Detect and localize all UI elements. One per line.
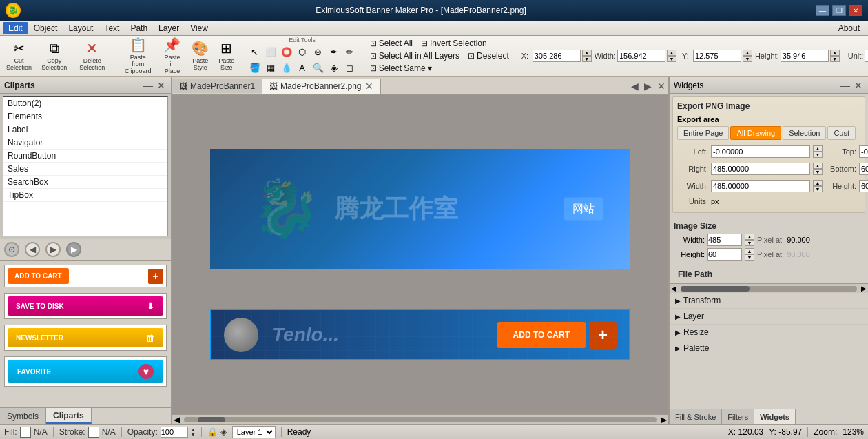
y-input[interactable]: [693, 50, 741, 62]
img-height-up[interactable]: ▲: [745, 248, 754, 254]
select-same-button[interactable]: ⊡ Select Same ▾: [367, 63, 435, 74]
node-tool[interactable]: ◈: [327, 61, 342, 76]
clipart-item-button2[interactable]: Button(2): [3, 97, 167, 110]
fill-tool[interactable]: 🪣: [247, 61, 262, 76]
menu-layout[interactable]: Layout: [63, 22, 99, 34]
right-scrollbar-track[interactable]: [681, 286, 857, 292]
right-tab-fill-stroke[interactable]: Fill & Stroke: [670, 409, 722, 424]
layer-section[interactable]: ▶ Layer: [670, 309, 868, 325]
paste-size-button[interactable]: ⊞ Paste Size: [214, 38, 239, 74]
select-all-button[interactable]: ⊡ Select All: [367, 38, 415, 49]
cut-button[interactable]: ✂ Cut Selection: [3, 38, 35, 74]
pen-tool[interactable]: ✒: [327, 45, 342, 60]
tab-all-drawing[interactable]: All Drawing: [730, 126, 781, 140]
export-width-input[interactable]: [711, 180, 810, 192]
width-down[interactable]: ▼: [667, 56, 676, 62]
text-tool[interactable]: A: [295, 61, 310, 76]
menu-edit[interactable]: Edit: [3, 22, 28, 34]
restore-button[interactable]: ❐: [832, 5, 846, 16]
width-input[interactable]: [617, 50, 665, 62]
right-scrollbar[interactable]: ◀ ▶: [670, 283, 868, 293]
tab-custom[interactable]: Cust: [827, 126, 856, 140]
menu-object[interactable]: Object: [28, 22, 63, 34]
right-scroll-right[interactable]: ▶: [860, 285, 868, 292]
img-width-up[interactable]: ▲: [745, 234, 754, 240]
rect-tool[interactable]: ⬜: [263, 45, 278, 60]
menu-path[interactable]: Path: [125, 22, 153, 34]
canvas-nav-right[interactable]: ▶: [641, 79, 654, 93]
panel-close-button[interactable]: ✕: [156, 80, 167, 91]
tab-selection[interactable]: Selection: [783, 126, 826, 140]
canvas-scrollbar[interactable]: ◀ ▶: [172, 414, 668, 424]
copy-button[interactable]: ⧉ Copy Selection: [37, 38, 72, 74]
x-up[interactable]: ▲: [582, 50, 592, 56]
scroll-right-btn[interactable]: ▶: [659, 415, 668, 425]
x-input[interactable]: [533, 50, 581, 62]
resize-section[interactable]: ▶ Resize: [670, 325, 868, 340]
transform-section[interactable]: ▶ Transform: [670, 293, 868, 309]
canvas-nav-left[interactable]: ◀: [628, 79, 641, 93]
nav-play-button[interactable]: ▶: [66, 242, 81, 257]
opacity-up[interactable]: ▲: [191, 427, 196, 432]
canvas-tab-1[interactable]: 🖼 MadeProBanner1: [172, 79, 262, 93]
left-input[interactable]: [711, 145, 810, 158]
nav-next-button[interactable]: ▶: [45, 242, 61, 257]
clipart-item-tipbox[interactable]: TipBox: [3, 189, 167, 202]
eyedropper-tool[interactable]: 💧: [279, 61, 294, 76]
paste-in-place-button[interactable]: 📌 Paste in Place: [158, 38, 186, 74]
minimize-button[interactable]: —: [816, 5, 829, 16]
right-tab-widgets[interactable]: Widgets: [754, 409, 796, 424]
canvas-content[interactable]: 🐉 腾龙工作室 网站: [172, 95, 668, 414]
clipart-item-searchbox[interactable]: SearchBox: [3, 176, 167, 189]
deselect-button[interactable]: ⊡ Deselect: [465, 50, 512, 61]
clipart-item-sales[interactable]: Sales: [3, 163, 167, 176]
invert-selection-button[interactable]: ⊟ Invert Selection: [418, 38, 490, 49]
img-width-down[interactable]: ▼: [745, 240, 754, 246]
tab-entire-page[interactable]: Entire Page: [677, 126, 729, 140]
right-up[interactable]: ▲: [813, 163, 823, 169]
layer-select[interactable]: Layer 1: [232, 426, 276, 438]
tab-symbols[interactable]: Symbols: [0, 408, 46, 424]
right-tab-filters[interactable]: Filters: [722, 409, 754, 424]
menu-layer[interactable]: Layer: [153, 22, 185, 34]
erase-tool[interactable]: ◻: [342, 61, 358, 76]
export-width-up[interactable]: ▲: [813, 180, 823, 186]
canvas-tab-2-close[interactable]: ✕: [365, 81, 373, 92]
panel-minimize-button[interactable]: —: [142, 80, 154, 91]
zoom-tool[interactable]: 🔍: [311, 61, 326, 76]
menu-view[interactable]: View: [185, 22, 214, 34]
canvas-tab-2[interactable]: 🖼 MadeProBanner2.png ✕: [262, 79, 381, 94]
star-tool[interactable]: ⊛: [311, 45, 326, 60]
height-input[interactable]: [781, 50, 829, 62]
height-down[interactable]: ▼: [830, 56, 840, 62]
select-tool[interactable]: ↖: [247, 45, 262, 60]
poly-tool[interactable]: ⬡: [295, 45, 310, 60]
export-width-down[interactable]: ▼: [813, 186, 823, 192]
canvas-nav-close[interactable]: ✕: [654, 79, 668, 93]
img-height-down[interactable]: ▼: [745, 254, 754, 261]
scrollbar-thumb[interactable]: [198, 417, 225, 422]
right-panel-close[interactable]: ✕: [853, 80, 864, 91]
close-button[interactable]: ✕: [849, 5, 862, 16]
menu-text[interactable]: Text: [99, 22, 125, 34]
y-up[interactable]: ▲: [743, 50, 752, 56]
delete-button[interactable]: ✕ Delete Selection: [74, 38, 112, 74]
right-scrollbar-thumb[interactable]: [681, 286, 750, 292]
scrollbar-track[interactable]: [184, 417, 657, 422]
palette-section[interactable]: ▶ Palette: [670, 340, 868, 356]
pencil-tool[interactable]: ✏: [342, 45, 358, 60]
paste-style-button[interactable]: 🎨 Paste Style: [188, 38, 213, 74]
img-width-input[interactable]: [707, 234, 742, 246]
opacity-down[interactable]: ▼: [191, 432, 196, 437]
gradient-tool[interactable]: ▦: [263, 61, 278, 76]
y-down[interactable]: ▼: [743, 56, 752, 62]
right-down[interactable]: ▼: [813, 169, 823, 175]
ellipse-tool[interactable]: ⭕: [279, 45, 294, 60]
right-panel-minimize[interactable]: —: [839, 80, 851, 91]
width-up[interactable]: ▲: [667, 50, 676, 56]
clipart-item-roundbutton[interactable]: RoundButton: [3, 150, 167, 163]
opacity-input[interactable]: [161, 427, 188, 438]
clipart-item-label[interactable]: Label: [3, 123, 167, 136]
nav-prev-button[interactable]: ◀: [25, 242, 40, 257]
nav-home-button[interactable]: ⊙: [4, 242, 19, 257]
